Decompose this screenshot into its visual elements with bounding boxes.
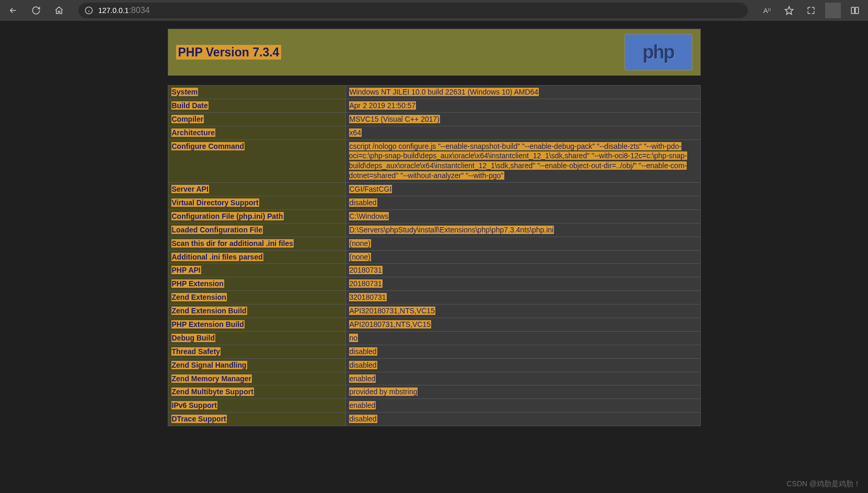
info-value-text: C:\Windows (349, 212, 389, 220)
table-row: Zend Extension BuildAPI320180731,NTS,VC1… (168, 304, 700, 318)
info-value-text: cscript /nologo configure.js "--enable-s… (349, 142, 687, 180)
info-key: Server API (168, 183, 345, 196)
info-value: Apr 2 2019 21:50:57 (345, 99, 700, 112)
info-key-text: Server API (171, 185, 209, 193)
info-value-text: 20180731 (349, 266, 383, 274)
info-value: disabled (345, 345, 700, 358)
extensions-button[interactable] (803, 3, 819, 18)
refresh-button[interactable] (28, 3, 44, 18)
info-key: Configure Command (168, 139, 345, 183)
read-aloud-button[interactable]: A⁾⁾ (759, 3, 775, 18)
info-key: Zend Multibyte Support (168, 385, 345, 399)
info-key: System (168, 86, 345, 99)
info-key: Additional .ini files parsed (168, 250, 345, 264)
php-logo[interactable]: php (624, 34, 692, 71)
info-value-text: 320180731 (349, 293, 387, 301)
info-key: PHP API (168, 264, 345, 277)
info-key: Build Date (168, 99, 345, 112)
info-value: Windows NT JILEI 10.0 build 22631 (Windo… (345, 86, 700, 99)
info-key-text: DTrace Support (171, 415, 227, 423)
table-row: Architecturex64 (168, 126, 700, 139)
page-viewport[interactable]: PHP Version 7.3.4 php SystemWindows NT J… (0, 21, 868, 493)
table-row: Zend Extension320180731 (168, 291, 700, 304)
info-value-text: disabled (349, 198, 377, 207)
table-row: Zend Memory Managerenabled (168, 372, 700, 385)
info-value-text: API320180731,NTS,VC15 (349, 307, 435, 315)
php-logo-text: php (643, 41, 674, 63)
browser-right-controls: A⁾⁾ (759, 3, 863, 18)
info-key: PHP Extension (168, 277, 345, 291)
info-key-text: IPv6 Support (171, 401, 217, 409)
phpinfo-header: PHP Version 7.3.4 php (168, 29, 701, 76)
info-key-text: Debug Build (171, 334, 215, 342)
table-row: Thread Safetydisabled (168, 345, 700, 358)
info-value: C:\Windows (345, 209, 700, 223)
info-value-text: x64 (349, 128, 362, 137)
info-key-text: Virtual Directory Support (171, 198, 259, 207)
info-value: (none) (345, 250, 700, 264)
info-key-text: Zend Multibyte Support (171, 388, 254, 396)
info-key-text: Zend Memory Manager (171, 374, 252, 383)
table-row: IPv6 Supportenabled (168, 399, 700, 413)
back-button[interactable] (5, 3, 21, 18)
info-value-text: MSVC15 (Visual C++ 2017) (349, 115, 441, 123)
info-value-text: no (349, 334, 358, 342)
info-key: Configuration File (php.ini) Path (168, 209, 345, 223)
table-row: Additional .ini files parsed(none) (168, 250, 700, 264)
table-row: Virtual Directory Supportdisabled (168, 196, 700, 210)
info-key: Architecture (168, 126, 345, 139)
table-row: PHP Extension BuildAPI20180731,NTS,VC15 (168, 318, 700, 332)
site-info-icon[interactable] (85, 6, 93, 15)
info-key-text: Thread Safety (171, 347, 221, 356)
info-value-text: Windows NT JILEI 10.0 build 22631 (Windo… (349, 88, 539, 96)
info-key-text: Configure Command (171, 142, 245, 150)
info-value: CGI/FastCGI (345, 183, 700, 196)
info-value: MSVC15 (Visual C++ 2017) (345, 112, 700, 126)
info-value: (none) (345, 237, 700, 250)
url-port: :8034 (129, 6, 149, 15)
divider (825, 3, 841, 18)
info-value: cscript /nologo configure.js "--enable-s… (345, 139, 700, 183)
info-value-text: enabled (349, 374, 376, 383)
info-key-text: Zend Extension Build (171, 307, 247, 315)
table-row: CompilerMSVC15 (Visual C++ 2017) (168, 112, 700, 126)
info-value-text: (none) (349, 253, 371, 261)
info-value-text: disabled (349, 361, 377, 369)
url-text: 127.0.0.1:8034 (98, 6, 149, 15)
split-screen-button[interactable] (847, 3, 863, 18)
info-key-text: Architecture (171, 128, 215, 137)
table-row: Debug Buildno (168, 331, 700, 345)
browser-toolbar: 127.0.0.1:8034 A⁾⁾ (0, 0, 868, 21)
home-button[interactable] (51, 3, 67, 18)
info-key: IPv6 Support (168, 399, 345, 413)
info-key: Thread Safety (168, 345, 345, 358)
table-row: PHP API20180731 (168, 264, 700, 277)
table-row: DTrace Supportdisabled (168, 413, 700, 426)
info-value: disabled (345, 196, 700, 210)
info-key: Zend Memory Manager (168, 372, 345, 385)
info-value: 320180731 (345, 291, 700, 304)
table-row: Server APICGI/FastCGI (168, 183, 700, 196)
info-value-text: API20180731,NTS,VC15 (349, 320, 432, 328)
info-key: Debug Build (168, 331, 345, 345)
address-bar[interactable]: 127.0.0.1:8034 (78, 3, 748, 18)
table-row: Configuration File (php.ini) PathC:\Wind… (168, 209, 700, 223)
page-title: PHP Version 7.3.4 (176, 45, 282, 60)
info-value-text: enabled (349, 401, 376, 409)
info-value-text: CGI/FastCGI (349, 185, 392, 193)
info-value: 20180731 (345, 264, 700, 277)
info-value: disabled (345, 358, 700, 372)
table-row: Zend Signal Handlingdisabled (168, 358, 700, 372)
info-value: disabled (345, 413, 700, 426)
info-key-text: Build Date (171, 101, 209, 110)
info-key-text: Loaded Configuration File (171, 226, 263, 234)
info-value-text: disabled (349, 347, 377, 356)
info-key: DTrace Support (168, 413, 345, 426)
info-value: 20180731 (345, 277, 700, 291)
info-value-text: D:\Servers\phpStudy\install\Extensions\p… (349, 226, 554, 234)
table-row: PHP Extension20180731 (168, 277, 700, 291)
favorite-button[interactable] (781, 3, 797, 18)
info-key: Zend Signal Handling (168, 358, 345, 372)
info-key: Compiler (168, 112, 345, 126)
info-key-text: Additional .ini files parsed (171, 253, 263, 261)
